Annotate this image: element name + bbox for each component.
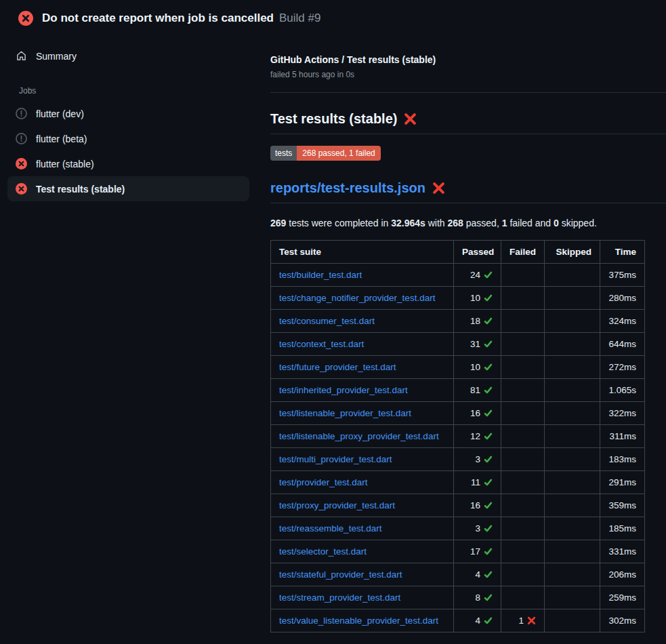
failed-circle-icon [16,183,27,195]
summary-fragment: 32.964s [391,218,425,228]
skipped-cell [545,517,600,540]
table-row: test/future_provider_test.dart10272ms [271,356,645,379]
skipped-cell [545,563,600,586]
failed-cell [501,494,545,517]
failed-circle-icon [18,11,33,26]
time-cell: 185ms [600,517,645,540]
summary-fragment: failed and [507,218,554,228]
skipped-cell [545,379,600,402]
passed-cell: 17 [454,540,501,563]
check-run-header: Do not create report when job is cancell… [0,0,666,34]
passed-cell: 24 [454,264,501,287]
main-content: GitHub Actions / Test results (stable) f… [263,34,666,632]
failed-cell [501,264,545,287]
test-suite-link[interactable]: test/future_provider_test.dart [279,362,396,372]
test-suite-link[interactable]: test/stateful_provider_test.dart [279,569,402,580]
sidebar-item-job[interactable]: flutter (stable) [7,151,249,176]
passed-count: 12 [470,431,480,441]
test-suite-link[interactable]: test/multi_provider_test.dart [279,454,392,464]
skipped-cell [545,425,600,448]
skipped-cell [545,333,600,356]
passed-cell: 4 [454,563,501,586]
time-cell: 259ms [600,586,645,609]
summary-fragment: tests were completed in [286,218,391,228]
table-row: test/multi_provider_test.dart3183ms [271,448,645,471]
failed-cell [501,586,545,609]
passed-count: 10 [470,293,480,303]
time-cell: 322ms [600,402,645,425]
test-suite-link[interactable]: test/listenable_provider_test.dart [279,408,411,418]
sidebar-item-summary[interactable]: Summary [7,43,249,68]
failed-cell: 1 [501,609,545,632]
table-row: test/change_notifier_provider_test.dart1… [271,287,645,310]
time-cell: 324ms [600,310,645,333]
test-suite-link[interactable]: test/reassemble_test.dart [279,523,382,534]
passed-count: 8 [475,592,480,603]
summary-fragment: 0 [554,218,559,228]
table-row: test/reassemble_test.dart3185ms [271,517,645,540]
test-suite-link[interactable]: test/stream_provider_test.dart [279,592,400,603]
suite-cell: test/listenable_provider_test.dart [271,402,454,425]
skipped-cell [545,356,600,379]
cross-mark-icon [404,113,417,125]
test-suite-link[interactable]: test/change_notifier_provider_test.dart [279,293,435,303]
test-suite-link[interactable]: test/proxy_provider_test.dart [279,500,395,510]
skipped-cell [545,494,600,517]
failed-cell [501,310,545,333]
passed-count: 24 [470,270,480,280]
time-cell: 331ms [600,540,645,563]
passed-count: 16 [470,408,480,418]
suite-cell: test/stateful_provider_test.dart [271,563,454,586]
test-suite-link[interactable]: test/selector_test.dart [279,546,367,557]
test-suite-link[interactable]: test/consumer_test.dart [279,316,375,326]
passed-cell: 3 [454,517,501,540]
badge-value: 268 passed, 1 failed [297,146,380,161]
passed-count: 81 [470,385,480,395]
test-suite-link[interactable]: test/context_test.dart [279,339,364,349]
sidebar-item-job[interactable]: Test results (stable) [7,176,249,201]
time-cell: 1.065s [600,379,645,402]
failed-cell [501,425,545,448]
skipped-cell [545,471,600,494]
sidebar-item-job[interactable]: flutter (dev) [7,101,249,126]
failed-cell [501,356,545,379]
suite-cell: test/reassemble_test.dart [271,517,454,540]
table-row: test/stateful_provider_test.dart4206ms [271,563,645,586]
summary-fragment: with [425,218,448,228]
passed-cell: 3 [454,448,501,471]
column-header: Time [600,241,645,264]
suite-cell: test/proxy_provider_test.dart [271,494,454,517]
table-row: test/stream_provider_test.dart8259ms [271,586,645,609]
test-suite-link[interactable]: test/listenable_proxy_provider_test.dart [279,431,439,441]
time-cell: 272ms [600,356,645,379]
sidebar-item-job[interactable]: flutter (beta) [7,126,249,151]
time-cell: 280ms [600,287,645,310]
suite-cell: test/builder_test.dart [271,264,454,287]
neutral-alert-icon [16,133,27,144]
column-header: Skipped [545,241,600,264]
summary-fragment: 268 [448,218,463,228]
breadcrumb: GitHub Actions / Test results (stable) [270,54,666,65]
test-suite-link[interactable]: test/inherited_provider_test.dart [279,385,408,395]
failed-cell [501,333,545,356]
job-list: flutter (dev)flutter (beta)flutter (stab… [7,101,249,201]
skipped-cell [545,540,600,563]
passed-count: 3 [475,454,480,464]
failed-cell [501,402,545,425]
summary-fragment: 269 [270,218,286,228]
skipped-cell [545,586,600,609]
test-suite-link[interactable]: test/provider_test.dart [279,477,368,487]
table-row: test/consumer_test.dart18324ms [271,310,645,333]
badge-label: tests [270,146,297,161]
suite-cell: test/stream_provider_test.dart [271,586,454,609]
test-suite-link[interactable]: test/value_listenable_provider_test.dart [279,616,438,626]
report-file-link[interactable]: reports/test-results.json [270,180,425,196]
column-header: Failed [501,241,545,264]
suite-cell: test/provider_test.dart [271,471,454,494]
time-cell: 644ms [600,333,645,356]
summary-fragment: skipped. [559,218,597,228]
test-suite-link[interactable]: test/builder_test.dart [279,270,362,280]
section-heading: Test results (stable) [270,111,666,134]
table-row: test/selector_test.dart17331ms [271,540,645,563]
passed-cell: 16 [454,402,501,425]
